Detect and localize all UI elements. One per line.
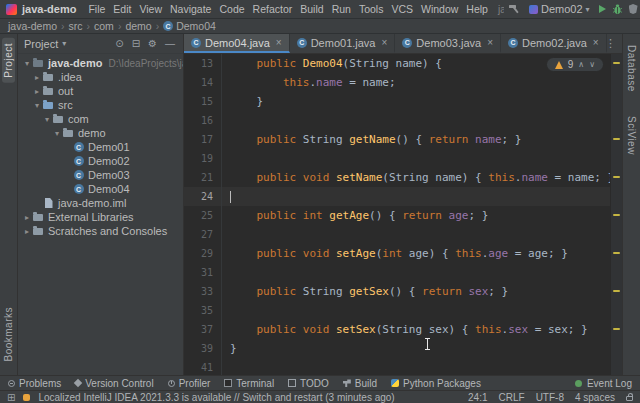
code-line[interactable]: 19 (184, 149, 610, 168)
tree-item-demo03[interactable]: Demo03 (18, 168, 183, 182)
chevron-right-icon[interactable]: ▸ (22, 213, 32, 222)
code-line[interactable]: 21 public void setName(String name) { th… (184, 168, 610, 187)
event-log-button[interactable]: Event Log (575, 378, 632, 389)
breadcrumb-item[interactable]: java-demo (8, 20, 57, 32)
caret-position[interactable]: 24:1 (468, 392, 487, 403)
code-line[interactable]: 29 public void setAge(int age) { this.ag… (184, 244, 610, 263)
code-line[interactable]: 25 public int getAge() { return age; } (184, 206, 610, 225)
tool-button-sciview[interactable]: SciView (625, 111, 638, 160)
tool-window-button-terminal[interactable]: Terminal (224, 378, 274, 389)
chevron-right-icon[interactable]: ▸ (22, 227, 32, 236)
status-message[interactable]: Localized IntelliJ IDEA 2021.3.3 is avai… (38, 392, 394, 403)
token: ; } (488, 285, 508, 298)
code-line[interactable]: 15 } (184, 92, 610, 111)
breadcrumb-item[interactable]: com (94, 20, 114, 32)
tree-item-java-demo[interactable]: ▾java-demoD:\IdeaProjects\java-demo (18, 56, 183, 70)
code-line[interactable]: 35 (184, 301, 610, 320)
tree-item-com[interactable]: ▾com (18, 112, 183, 126)
tree-item-out[interactable]: ▸out (18, 84, 183, 98)
locate-file-icon[interactable]: ⊙ (113, 38, 125, 49)
editor-tab[interactable]: Demo04.java× (184, 34, 290, 53)
close-icon[interactable]: × (382, 37, 388, 48)
tree-item-scratches-and-consoles[interactable]: ▸Scratches and Consoles (18, 224, 183, 238)
build-hammer-icon[interactable] (508, 3, 520, 15)
chevron-down-icon[interactable]: ▾ (22, 59, 32, 68)
tool-button-project[interactable]: Project (2, 38, 15, 83)
chevron-down-icon[interactable]: ▾ (32, 101, 42, 110)
editor-tab[interactable]: Demo03.java× (395, 34, 501, 53)
tree-item-external-libraries[interactable]: ▸External Libraries (18, 210, 183, 224)
prev-warning-icon[interactable]: ∧ (578, 60, 584, 69)
breadcrumb-item[interactable]: demo (125, 20, 151, 32)
menu-item-code[interactable]: Code (215, 3, 248, 15)
lock-icon[interactable] (626, 396, 633, 401)
code-line[interactable]: 24 (184, 187, 610, 206)
menu-item-file[interactable]: File (84, 3, 109, 15)
code-line[interactable]: 37 public void setSex(String sex) { this… (184, 320, 610, 339)
menu-item-build[interactable]: Build (296, 3, 327, 15)
editor-lines[interactable]: 13 public Demo04(String name) {14 this.n… (184, 54, 610, 375)
code-line[interactable]: 39} (184, 339, 610, 358)
menu-item-window[interactable]: Window (417, 3, 462, 15)
chevron-down-icon[interactable]: ▾ (42, 115, 52, 124)
project-panel-title[interactable]: Project (24, 38, 58, 50)
code-line[interactable]: 41 (184, 358, 610, 375)
breadcrumb-item[interactable]: src (69, 20, 83, 32)
indent-style[interactable]: 4 spaces (575, 392, 615, 403)
tool-window-button-todo[interactable]: TODO (288, 378, 329, 389)
tool-button-bookmarks[interactable]: Bookmarks (2, 302, 15, 367)
tool-window-button-problems[interactable]: Problems (8, 378, 61, 389)
chevron-down-icon[interactable]: ▾ (52, 129, 62, 138)
editor-tab[interactable]: Demo02.java× (501, 34, 607, 53)
menu-item-view[interactable]: View (135, 3, 166, 15)
run-button[interactable] (599, 5, 606, 13)
tab-options-icon[interactable]: ⋮ (599, 34, 622, 53)
toolwindow-grid-icon[interactable]: ⊞ (7, 392, 15, 403)
code-line[interactable]: 33 public String getSex() { return sex; … (184, 282, 610, 301)
chevron-down-icon[interactable]: ▾ (62, 39, 66, 48)
line-separator[interactable]: CRLF (499, 392, 525, 403)
error-stripe[interactable] (610, 54, 622, 375)
tree-item-demo02[interactable]: Demo02 (18, 154, 183, 168)
menu-item-refactor[interactable]: Refactor (249, 3, 297, 15)
tree-item-demo[interactable]: ▾demo (18, 126, 183, 140)
inspection-widget[interactable]: 9 ∧ ∨ (546, 57, 604, 72)
tree-item-demo01[interactable]: Demo01 (18, 140, 183, 154)
coverage-icon[interactable] (629, 4, 638, 14)
debug-bug-icon[interactable] (612, 3, 623, 15)
tool-button-database[interactable]: Database (625, 40, 638, 97)
code-line[interactable]: 31 (184, 263, 610, 282)
tree-item--idea[interactable]: ▸.idea (18, 70, 183, 84)
tool-window-button-version-control[interactable]: Version Control (75, 378, 153, 389)
menu-item-tools[interactable]: Tools (355, 3, 388, 15)
tree-item-src[interactable]: ▾src (18, 98, 183, 112)
chevron-right-icon[interactable]: ▸ (32, 87, 42, 96)
hide-panel-icon[interactable]: — (163, 38, 177, 49)
settings-gear-icon[interactable]: ⚙ (146, 38, 159, 49)
tree-item-java-demo-iml[interactable]: java-demo.iml (18, 196, 183, 210)
line-number: 39 (184, 339, 222, 358)
menu-item-run[interactable]: Run (328, 3, 355, 15)
editor-tab[interactable]: Demo01.java× (290, 34, 396, 53)
close-icon[interactable]: × (593, 37, 599, 48)
collapse-all-icon[interactable]: ⊟ (130, 38, 142, 49)
next-warning-icon[interactable]: ∨ (589, 60, 595, 69)
close-icon[interactable]: × (487, 37, 493, 48)
menu-item-vcs[interactable]: VCS (387, 3, 417, 15)
tool-window-button-build[interactable]: Build (343, 378, 377, 389)
file-encoding[interactable]: UTF-8 (536, 392, 564, 403)
run-configuration-select[interactable]: Demo02 ▾ (526, 2, 593, 16)
close-icon[interactable]: × (276, 37, 282, 48)
breadcrumb-item[interactable]: Demo04 (163, 20, 216, 32)
tree-item-demo04[interactable]: Demo04 (18, 182, 183, 196)
menu-item-help[interactable]: Help (462, 3, 492, 15)
chevron-right-icon[interactable]: ▸ (32, 73, 42, 82)
code-line[interactable]: 27 (184, 225, 610, 244)
code-line[interactable]: 14 this.name = name; (184, 73, 610, 92)
menu-item-navigate[interactable]: Navigate (166, 3, 215, 15)
tool-window-button-python-packages[interactable]: Python Packages (391, 378, 481, 389)
code-line[interactable]: 17 public String getName() { return name… (184, 130, 610, 149)
code-line[interactable]: 16 (184, 111, 610, 130)
menu-item-edit[interactable]: Edit (109, 3, 135, 15)
tool-window-button-profiler[interactable]: Profiler (168, 378, 211, 389)
